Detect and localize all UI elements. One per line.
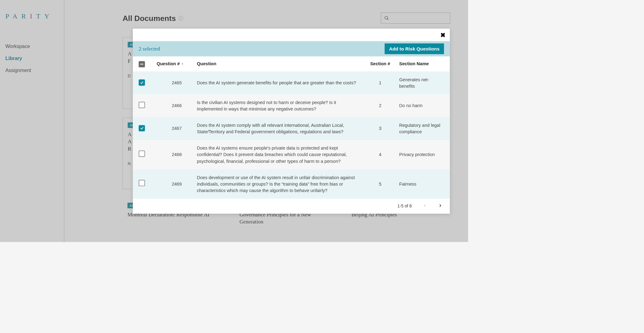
cell-question-num: 2467 (157, 125, 197, 132)
cell-question: Does the AI system generate benefits for… (197, 80, 361, 86)
table-row[interactable]: 2469 Does development or use of the AI s… (133, 169, 450, 199)
table-row[interactable]: 2465 Does the AI system generate benefit… (133, 71, 450, 94)
cell-question-num: 2468 (157, 151, 197, 158)
next-page-button[interactable] (438, 203, 442, 209)
page-range: 1-5 of 8 (397, 204, 412, 209)
prev-page-button[interactable] (423, 203, 427, 209)
cell-question: Does the AI system comply with all relev… (197, 122, 361, 135)
row-checkbox[interactable] (139, 150, 145, 157)
cell-question-num: 2466 (157, 102, 197, 109)
close-icon[interactable]: ✖ (440, 31, 446, 38)
cell-section-name: Generates net-benefits (399, 76, 444, 89)
sort-asc-icon: ↑ (181, 62, 184, 66)
row-checkbox[interactable] (139, 79, 145, 86)
cell-question-num: 2465 (157, 80, 197, 86)
question-modal: ✖ 2 selected Add to Risk Questions Quest… (133, 29, 450, 214)
pagination: 1-5 of 8 (133, 199, 450, 214)
col-question-num[interactable]: Question #↑ (157, 61, 197, 66)
chevron-left-icon (423, 203, 427, 207)
col-section-num[interactable]: Section # (361, 61, 399, 66)
cell-section-num: 5 (361, 181, 399, 187)
cell-section-num: 1 (361, 80, 399, 86)
cell-section-num: 3 (361, 125, 399, 132)
cell-question-num: 2469 (157, 181, 197, 187)
cell-section-name: Fairness (399, 181, 444, 187)
cell-section-num: 2 (361, 102, 399, 109)
table-row[interactable]: 2467 Does the AI system comply with all … (133, 117, 450, 140)
table-header: Question #↑ Question Section # Section N… (133, 56, 450, 71)
row-checkbox[interactable] (139, 125, 145, 131)
col-question[interactable]: Question (197, 61, 361, 66)
row-checkbox[interactable] (139, 102, 145, 108)
cell-section-name: Regulatory and legal compliance (399, 122, 444, 135)
selection-count: 2 selected (139, 46, 160, 52)
chevron-right-icon (438, 203, 442, 207)
cell-section-num: 4 (361, 151, 399, 158)
select-all-checkbox[interactable] (139, 61, 145, 67)
add-to-risk-questions-button[interactable]: Add to Risk Questions (385, 43, 444, 54)
cell-question: Is the civilian AI systems designed not … (197, 99, 361, 112)
row-checkbox[interactable] (139, 180, 145, 186)
modal-header: ✖ (133, 29, 450, 41)
cell-question: Does the AI systems ensure people's priv… (197, 145, 361, 164)
selection-bar: 2 selected Add to Risk Questions (133, 41, 450, 56)
table-row[interactable]: 2468 Does the AI systems ensure people's… (133, 140, 450, 169)
col-section-name[interactable]: Section Name (399, 61, 444, 66)
cell-section-name: Privacy protection (399, 151, 444, 158)
cell-question: Does development or use of the AI system… (197, 174, 361, 194)
cell-section-name: Do no harm (399, 102, 444, 109)
table-row[interactable]: 2466 Is the civilian AI systems designed… (133, 94, 450, 117)
